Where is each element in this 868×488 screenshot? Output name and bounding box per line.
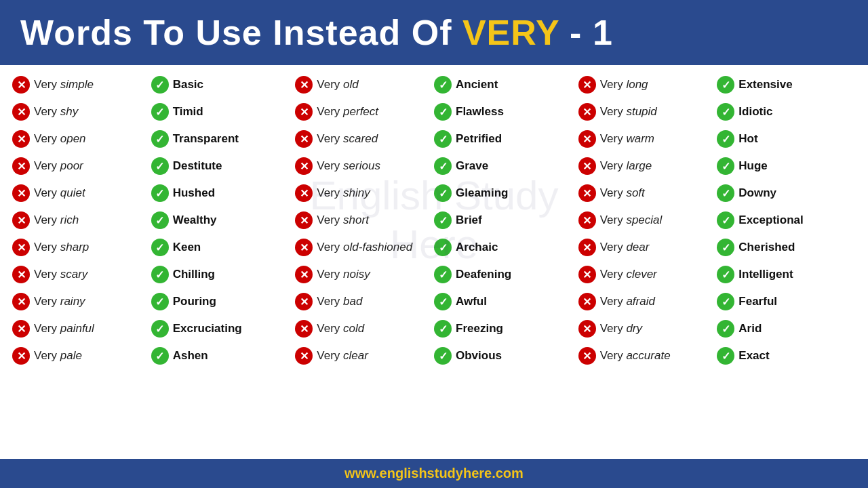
footer-url: www.englishstudyhere.com — [344, 466, 524, 481]
pair-row: ✕Very soft✓Downy — [578, 180, 856, 206]
x-icon: ✕ — [295, 293, 313, 310]
check-icon: ✓ — [151, 184, 169, 202]
very-item: ✕Very open — [12, 130, 151, 148]
very-label: Very painful — [34, 322, 94, 336]
very-item: ✕Very special — [578, 211, 717, 229]
pair-row: ✕Very dear✓Cherished — [578, 235, 856, 260]
pair-row: ✕Very warm✓Hot — [578, 126, 856, 152]
very-item: ✕Very sharp — [12, 239, 151, 256]
footer: www.englishstudyhere.com — [0, 459, 868, 488]
pair-row: ✕Very bad✓Awful — [295, 289, 572, 314]
replacement-item: ✓Archaic — [434, 239, 573, 256]
very-item: ✕Very rich — [12, 211, 151, 229]
replacement-item: ✓Timid — [151, 103, 290, 121]
very-label: Very special — [600, 214, 663, 227]
check-icon: ✓ — [434, 76, 452, 94]
replacement-label: Brief — [456, 214, 482, 227]
very-label: Very old-fashioned — [317, 241, 412, 254]
pair-row: ✕Very accurate✓Exact — [578, 343, 856, 369]
very-label: Very afraid — [600, 295, 655, 308]
very-item: ✕Very simple — [12, 76, 151, 94]
x-icon: ✕ — [12, 130, 30, 148]
very-item: ✕Very poor — [12, 157, 151, 175]
pair-row: ✕Very rainy✓Pouring — [12, 289, 290, 314]
x-icon: ✕ — [295, 239, 313, 256]
very-label: Very accurate — [600, 349, 671, 363]
check-icon: ✓ — [151, 76, 169, 94]
check-icon: ✓ — [434, 347, 452, 365]
check-icon: ✓ — [151, 347, 169, 365]
x-icon: ✕ — [12, 347, 30, 365]
pair-row: ✕Very clever✓Intelligent — [578, 262, 856, 287]
x-icon: ✕ — [578, 293, 596, 310]
replacement-label: Obvious — [456, 349, 502, 363]
pair-row: ✕Very special✓Exceptional — [578, 207, 856, 233]
very-item: ✕Very warm — [578, 130, 717, 148]
check-icon: ✓ — [717, 293, 734, 310]
check-icon: ✓ — [151, 239, 169, 256]
pair-row: ✕Very old✓Ancient — [295, 72, 572, 98]
replacement-item: ✓Idiotic — [717, 103, 856, 121]
replacement-label: Hushed — [173, 186, 215, 200]
replacement-label: Keen — [173, 241, 201, 254]
x-icon: ✕ — [295, 157, 313, 175]
very-label: Very poor — [34, 159, 83, 173]
replacement-item: ✓Gleaming — [434, 184, 573, 202]
replacement-item: ✓Downy — [717, 184, 856, 202]
x-icon: ✕ — [295, 184, 313, 202]
very-item: ✕Very afraid — [578, 293, 717, 310]
very-item: ✕Very stupid — [578, 103, 717, 121]
check-icon: ✓ — [434, 184, 452, 202]
pair-row: ✕Very simple✓Basic — [12, 72, 290, 98]
x-icon: ✕ — [295, 103, 313, 121]
pair-row: ✕Very shy✓Timid — [12, 99, 290, 125]
column-2: ✕Very old✓Ancient✕Very perfect✓Flawless✕… — [295, 72, 572, 370]
check-icon: ✓ — [717, 320, 734, 338]
very-item: ✕Very clear — [295, 347, 434, 365]
very-label: Very large — [600, 159, 652, 173]
replacement-label: Timid — [173, 105, 203, 119]
very-label: Very clear — [317, 349, 368, 363]
replacement-label: Exact — [738, 349, 769, 363]
replacement-label: Excruciating — [173, 322, 242, 336]
x-icon: ✕ — [578, 103, 596, 121]
replacement-item: ✓Fearful — [717, 293, 856, 310]
very-item: ✕Very dear — [578, 239, 717, 256]
check-icon: ✓ — [434, 157, 452, 175]
replacement-label: Fearful — [738, 295, 777, 308]
check-icon: ✓ — [151, 211, 169, 229]
column-3: ✕Very long✓Extensive✕Very stupid✓Idiotic… — [578, 72, 856, 370]
header-title: Words To Use Instead Of VERY - 1 — [20, 12, 613, 53]
x-icon: ✕ — [12, 293, 30, 310]
x-icon: ✕ — [295, 211, 313, 229]
check-icon: ✓ — [717, 76, 734, 94]
very-label: Very warm — [600, 132, 654, 146]
very-label: Very dry — [600, 322, 642, 336]
column-1: ✕Very simple✓Basic✕Very shy✓Timid✕Very o… — [12, 72, 290, 370]
x-icon: ✕ — [295, 266, 313, 283]
very-item: ✕Very shiny — [295, 184, 434, 202]
very-item: ✕Very cold — [295, 320, 434, 338]
very-item: ✕Very painful — [12, 320, 151, 338]
replacement-label: Huge — [738, 159, 768, 173]
replacement-item: ✓Intelligent — [717, 266, 856, 283]
header-suffix: - 1 — [559, 13, 613, 52]
very-label: Very rainy — [34, 295, 85, 308]
replacement-label: Ashen — [173, 349, 208, 363]
replacement-label: Extensive — [738, 78, 792, 92]
check-icon: ✓ — [151, 130, 169, 148]
x-icon: ✕ — [578, 347, 596, 365]
check-icon: ✓ — [717, 211, 734, 229]
x-icon: ✕ — [578, 157, 596, 175]
check-icon: ✓ — [717, 157, 734, 175]
pair-row: ✕Very noisy✓Deafening — [295, 262, 572, 287]
replacement-label: Pouring — [173, 295, 216, 308]
x-icon: ✕ — [578, 239, 596, 256]
replacement-label: Gleaming — [456, 186, 508, 200]
very-item: ✕Very scared — [295, 130, 434, 148]
very-item: ✕Very dry — [578, 320, 717, 338]
header-prefix: Words To Use Instead Of — [20, 13, 462, 52]
check-icon: ✓ — [434, 320, 452, 338]
very-item: ✕Very clever — [578, 266, 717, 283]
replacement-item: ✓Chilling — [151, 266, 290, 283]
